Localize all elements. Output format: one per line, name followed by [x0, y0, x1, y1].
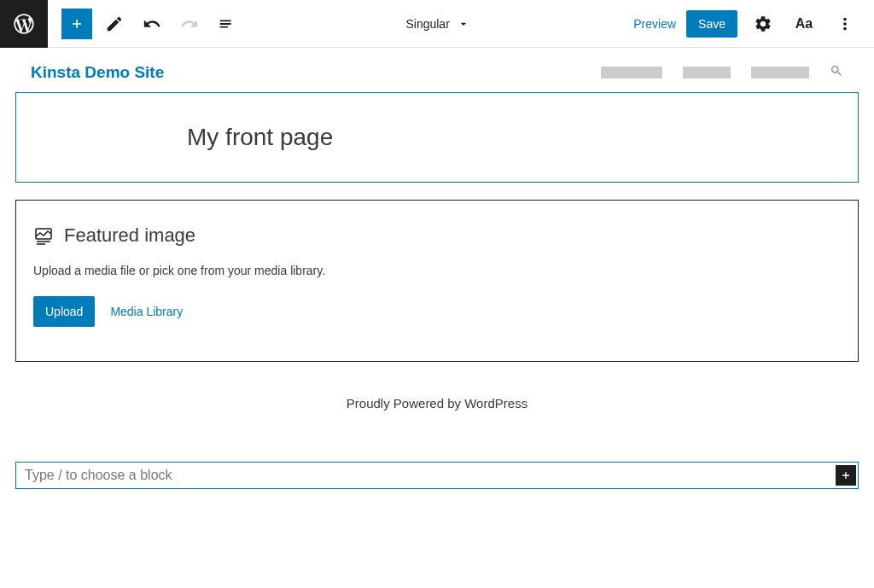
pencil-icon [105, 15, 124, 33]
template-selector[interactable]: Singular [242, 17, 633, 31]
plus-icon [839, 469, 853, 482]
featured-header: Featured image [33, 224, 841, 247]
redo-icon [180, 15, 199, 33]
gear-icon [754, 15, 772, 33]
preview-link[interactable]: Preview [633, 17, 676, 31]
template-name: Singular [405, 17, 449, 31]
toolbar-right: Preview Save Aa [633, 9, 874, 39]
nav-placeholder [683, 67, 731, 79]
wordpress-logo[interactable] [0, 0, 48, 48]
redo-button[interactable] [174, 9, 205, 39]
add-block-button[interactable] [61, 9, 92, 39]
list-view-button[interactable] [212, 9, 242, 39]
styles-button[interactable]: Aa [789, 9, 819, 39]
nav-placeholder [601, 67, 662, 79]
save-button[interactable]: Save [686, 10, 737, 38]
search-icon [830, 64, 843, 78]
media-library-link[interactable]: Media Library [110, 305, 183, 318]
undo-icon [143, 15, 161, 33]
styles-icon: Aa [795, 16, 813, 32]
editor-topbar: Singular Preview Save Aa [0, 0, 874, 48]
featured-heading: Featured image [64, 224, 195, 247]
more-options-button[interactable] [830, 9, 860, 39]
plus-icon [68, 15, 85, 32]
undo-button[interactable] [137, 9, 167, 39]
list-view-icon [218, 15, 236, 33]
editor-content: My front page Featured image Upload a me… [0, 92, 874, 489]
search-button[interactable] [830, 64, 843, 81]
featured-image-icon [33, 225, 54, 246]
footer-text: Proudly Powered by WordPress [15, 396, 859, 410]
edit-mode-button[interactable] [99, 9, 130, 39]
upload-button[interactable]: Upload [33, 296, 95, 327]
nav-placeholders [601, 64, 843, 81]
chevron-down-icon [457, 17, 470, 31]
new-block-inserter[interactable]: Type / to choose a block [15, 462, 859, 489]
post-title-block[interactable]: My front page [15, 92, 859, 183]
featured-image-block[interactable]: Featured image Upload a media file or pi… [15, 200, 859, 362]
site-header: Kinsta Demo Site [0, 48, 874, 92]
new-block-add-button[interactable] [836, 465, 856, 486]
featured-actions: Upload Media Library [33, 296, 841, 327]
site-title[interactable]: Kinsta Demo Site [31, 63, 164, 82]
post-title-text: My front page [187, 124, 687, 151]
featured-description: Upload a media file or pick one from you… [33, 264, 841, 277]
nav-placeholder [751, 67, 809, 79]
wordpress-icon [12, 12, 36, 36]
new-block-placeholder[interactable]: Type / to choose a block [18, 464, 836, 486]
toolbar-left [48, 9, 242, 39]
more-vertical-icon [836, 15, 854, 33]
settings-button[interactable] [748, 9, 778, 39]
